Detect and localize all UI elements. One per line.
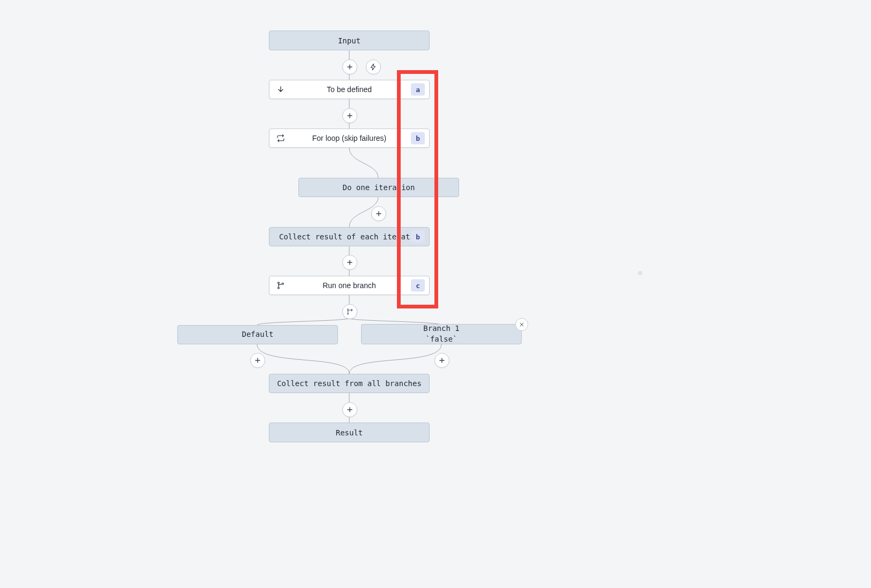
plus-icon — [346, 112, 354, 119]
svg-point-5 — [278, 282, 280, 284]
node-collect-branches[interactable]: Collect result from all branches — [269, 374, 430, 393]
add-branch-button[interactable] — [342, 304, 357, 319]
plus-icon — [438, 357, 446, 364]
add-step-button-3[interactable] — [371, 206, 386, 221]
branch-1[interactable]: Branch 1 `false` — [361, 324, 522, 344]
plus-icon — [346, 63, 354, 71]
add-step-button-2[interactable] — [342, 108, 357, 123]
plus-icon — [346, 406, 354, 413]
svg-point-9 — [347, 313, 348, 314]
add-step-button-4[interactable] — [342, 255, 357, 270]
node-result-label: Result — [336, 428, 363, 437]
add-step-button-1[interactable] — [342, 59, 357, 74]
node-collect-branches-label: Collect result from all branches — [277, 379, 422, 388]
add-step-button-5[interactable] — [342, 402, 357, 417]
branch-icon — [276, 281, 286, 290]
branch-1-title: Branch 1 — [423, 323, 459, 334]
bolt-icon — [370, 63, 377, 71]
node-input[interactable]: Input — [269, 31, 430, 50]
svg-point-8 — [347, 309, 348, 310]
svg-point-7 — [282, 283, 284, 284]
add-step-branch-1[interactable] — [434, 353, 449, 368]
quick-action-button[interactable] — [366, 59, 381, 74]
plus-icon — [346, 259, 354, 266]
arrow-down-icon — [276, 85, 286, 94]
add-step-default-branch[interactable] — [250, 353, 265, 368]
plus-icon — [254, 357, 261, 364]
branch-plus-icon — [346, 308, 354, 315]
branch-1-close-button[interactable] — [515, 318, 528, 331]
branch-default[interactable]: Default — [177, 325, 338, 344]
node-input-label: Input — [338, 36, 361, 45]
node-result[interactable]: Result — [269, 423, 430, 442]
plus-icon — [375, 210, 382, 217]
loop-icon — [276, 133, 286, 143]
close-icon — [519, 321, 525, 328]
branch-1-expr: `false` — [425, 334, 457, 345]
svg-point-6 — [278, 287, 280, 289]
highlight-box — [397, 70, 438, 308]
decorative-dot — [638, 271, 642, 275]
branch-default-label: Default — [242, 329, 273, 340]
